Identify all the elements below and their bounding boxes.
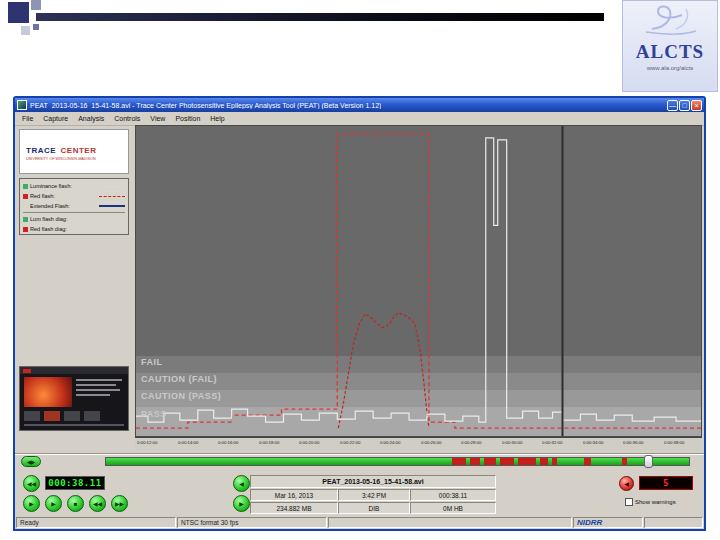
timeline-warning-segment	[552, 458, 557, 465]
video-thumbnail-textline	[76, 384, 116, 386]
stop-button[interactable]: ■	[67, 495, 84, 512]
legend-swatch-red	[23, 227, 28, 232]
maximize-button[interactable]: □	[679, 100, 690, 111]
timeline-warning-segment	[622, 458, 627, 465]
trace-center-logo: TRACE CENTER UNIVERSITY OF WISCONSIN-MAD…	[19, 129, 129, 174]
band-label-fail: FAIL	[141, 357, 163, 367]
trace-logo-word2: CENTER	[61, 146, 97, 155]
prev-warning-button[interactable]: ◀	[619, 476, 634, 491]
menu-item-view[interactable]: View	[145, 114, 170, 123]
reset-range-button[interactable]: ◀▶	[21, 456, 41, 467]
show-warnings-control: Show warnings	[625, 498, 676, 506]
reset-range-icon: ◀▶	[27, 459, 35, 465]
legend-line-sample	[99, 196, 125, 197]
video-thumbnail-topbar	[20, 367, 128, 374]
x-tick-label: 0:00:20:00	[299, 440, 319, 444]
rewind-button[interactable]: ◀◀	[89, 495, 106, 512]
deco-square-small-3	[33, 24, 39, 30]
slide-canvas: ALCTS www.ala.org/alcts PEAT_2013-05-16_…	[0, 0, 720, 540]
menu-item-help[interactable]: Help	[205, 114, 229, 123]
skip-back-button[interactable]: ◀◀	[23, 475, 40, 492]
timeline-warning-segment	[484, 458, 496, 465]
video-thumbnail-tile	[84, 411, 100, 421]
video-thumbnail	[19, 366, 129, 431]
time-display: 000:38.11	[45, 476, 105, 490]
minimize-button[interactable]: —	[667, 100, 678, 111]
x-tick-label: 0:00:18:00	[259, 440, 279, 444]
file-duration: 000:38.11	[410, 489, 496, 501]
timeline-warning-segment	[518, 458, 536, 465]
timeline-warning-segment	[500, 458, 514, 465]
x-tick-label: 0:00:24:00	[380, 440, 400, 444]
timeline-thumb[interactable]	[644, 455, 653, 468]
timeline-warning-segment	[452, 458, 466, 465]
video-thumbnail-textline	[76, 394, 110, 396]
status-spacer	[328, 517, 572, 528]
timeline-slider[interactable]	[105, 457, 690, 466]
video-thumbnail-textline	[24, 424, 124, 426]
file-format: DIB	[338, 502, 410, 514]
legend-swatch-blank	[23, 204, 28, 209]
menubar: File Capture Analysis Controls View Posi…	[15, 112, 704, 126]
deco-square-small-1	[31, 0, 41, 10]
legend-label: Red flash diag:	[30, 226, 67, 232]
video-thumbnail-logo	[23, 369, 31, 373]
play-alt-icon: ▶	[51, 501, 56, 507]
menu-item-position[interactable]: Position	[170, 114, 205, 123]
analysis-chart[interactable]: FAIL CAUTION (FAIL) CAUTION (PASS) PASS	[135, 125, 702, 437]
show-warnings-label: Show warnings	[635, 499, 676, 505]
step-forward-icon: ▶	[239, 501, 244, 507]
x-tick-label: 0:00:16:00	[218, 440, 238, 444]
red-flash-signal-trace	[338, 313, 429, 428]
step-back-button[interactable]: ◀	[233, 475, 250, 492]
legend-item-extended-flash: Extended Flash:	[23, 201, 125, 211]
x-tick-label: 0:00:12:00	[137, 440, 157, 444]
timeline-warning-segment	[470, 458, 480, 465]
x-tick-label: 0:00:32:00	[542, 440, 562, 444]
legend-item-red-flash-diag: Red flash diag:	[23, 224, 125, 234]
file-clock: 3:42 PM	[338, 489, 410, 501]
menu-item-analysis[interactable]: Analysis	[73, 114, 109, 123]
show-warnings-checkbox[interactable]	[625, 498, 633, 506]
menu-item-file[interactable]: File	[17, 114, 38, 123]
menu-item-controls[interactable]: Controls	[109, 114, 145, 123]
trace-logo-subtitle: UNIVERSITY OF WISCONSIN-MADISON	[26, 157, 96, 161]
titlebar[interactable]: PEAT_2013-05-16_15-41-58.avi - Trace Cen…	[15, 98, 704, 112]
legend-label: Luminance flash:	[30, 183, 72, 189]
filename-display: PEAT_2013-05-16_15-41-58.avi	[250, 475, 496, 488]
video-thumbnail-tile	[24, 411, 40, 421]
x-tick-label: 0:00:38:00	[664, 440, 684, 444]
band-label-caution-pass: CAUTION (PASS)	[141, 391, 221, 401]
legend-label: Red flash:	[30, 193, 55, 199]
alcts-url: www.ala.org/alcts	[623, 65, 717, 71]
step-back-icon: ◀	[239, 481, 244, 487]
legend-swatch-green	[23, 184, 28, 189]
x-tick-label: 0:00:36:00	[623, 440, 643, 444]
status-tail	[644, 517, 703, 528]
close-button[interactable]: ×	[691, 100, 702, 111]
fast-forward-button[interactable]: ▶▶	[111, 495, 128, 512]
legend-swatch-red	[23, 194, 28, 199]
window-title: PEAT_2013-05-16_15-41-58.avi - Trace Cen…	[30, 102, 381, 109]
file-rate: 0M HB	[410, 502, 496, 514]
skip-back-icon: ◀◀	[27, 481, 36, 487]
x-tick-label: 0:00:34:00	[583, 440, 603, 444]
legend-swatch-green	[23, 217, 28, 222]
file-size: 234.882 MB	[250, 502, 338, 514]
play-alt-button[interactable]: ▶	[45, 495, 62, 512]
status-ready: Ready	[16, 517, 176, 528]
x-tick-label: 0:00:14:00	[178, 440, 198, 444]
band-label-pass: PASS	[141, 409, 167, 419]
menu-item-capture[interactable]: Capture	[38, 114, 73, 123]
step-forward-button[interactable]: ▶	[233, 495, 250, 512]
alcts-logo: ALCTS www.ala.org/alcts	[622, 0, 718, 92]
play-button[interactable]: ▶	[23, 495, 40, 512]
transport-divider	[15, 453, 704, 455]
x-tick-label: 0:00:26:00	[421, 440, 441, 444]
app-window: PEAT_2013-05-16_15-41-58.avi - Trace Cen…	[13, 96, 706, 531]
band-label-caution-fail: CAUTION (FAIL)	[141, 374, 217, 384]
timeline-warning-segment	[584, 458, 591, 465]
nidrr-logo-cell: NIDRR	[573, 517, 643, 528]
x-tick-label: 0:00:22:00	[340, 440, 360, 444]
video-thumbnail-textline	[76, 379, 122, 381]
